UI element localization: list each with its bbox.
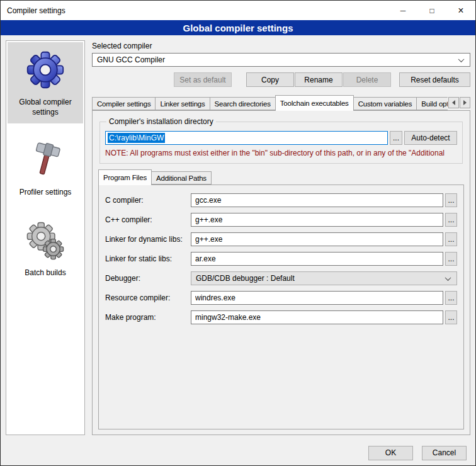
c-compiler-label: C compiler: <box>105 196 191 205</box>
dynamic-linker-label: Linker for dynamic libs: <box>105 235 191 244</box>
copy-button[interactable]: Copy <box>246 72 294 87</box>
program-files-panel: C compiler: ... C++ compiler: ... Linker… <box>98 185 464 429</box>
ok-button[interactable]: OK <box>368 446 413 460</box>
dialog-body: Global compiler settings Profiler settin… <box>1 35 475 440</box>
maximize-icon: □ <box>429 6 434 15</box>
subtab-additional-paths[interactable]: Additional Paths <box>151 171 212 185</box>
cancel-button[interactable]: Cancel <box>422 446 467 460</box>
subtab-program-files[interactable]: Program Files <box>98 169 152 185</box>
note-text: NOTE: All programs must exist either in … <box>105 149 457 157</box>
selected-compiler-dropdown[interactable]: GNU GCC Compiler <box>92 53 470 67</box>
debugger-value: GDB/CDB debugger : Default <box>196 274 295 283</box>
close-icon: × <box>458 5 463 16</box>
chevron-down-icon <box>456 55 465 64</box>
blue-gear-icon <box>25 47 65 93</box>
dynamic-linker-row: Linker for dynamic libs: ... <box>105 232 457 246</box>
cpp-compiler-row: C++ compiler: ... <box>105 213 457 227</box>
main-content: Selected compiler GNU GCC Compiler Set a… <box>92 40 470 435</box>
installation-directory-input[interactable]: C:\raylib\MinGW <box>105 131 388 145</box>
sidebar-item-label: Batch builds <box>25 268 65 278</box>
tab-scroll-area: Compiler settings Linker settings Search… <box>92 95 448 111</box>
dynamic-linker-browse-button[interactable]: ... <box>445 232 457 246</box>
delete-button[interactable]: Delete <box>343 72 391 87</box>
subtab-scroll-area: Program Files Additional Paths <box>98 169 464 185</box>
static-linker-browse-button[interactable]: ... <box>445 252 457 266</box>
minimize-icon: ─ <box>400 6 406 15</box>
close-button[interactable]: × <box>446 1 475 20</box>
dialog-footer: OK Cancel <box>1 440 475 465</box>
static-linker-label: Linker for static libs: <box>105 254 191 263</box>
directory-browse-button[interactable]: ... <box>390 131 402 145</box>
static-linker-row: Linker for static libs: ... <box>105 252 457 266</box>
program-files-tab-strip: Program Files Additional Paths <box>98 169 464 185</box>
rename-button[interactable]: Rename <box>295 72 343 87</box>
profiler-hammer-icon <box>27 137 64 183</box>
tab-compiler-settings[interactable]: Compiler settings <box>92 97 156 110</box>
left-arrow-icon <box>452 100 455 105</box>
maximize-button[interactable]: □ <box>417 1 446 20</box>
installation-directory-group: Compiler's installation directory C:\ray… <box>99 117 463 164</box>
right-arrow-icon <box>463 100 467 105</box>
make-program-label: Make program: <box>105 313 191 322</box>
tab-search-directories[interactable]: Search directories <box>210 97 276 110</box>
tab-scroll-left-button[interactable] <box>448 97 459 108</box>
gray-gears-icon <box>26 218 65 263</box>
cpp-compiler-browse-button[interactable]: ... <box>445 213 457 227</box>
resource-compiler-label: Resource compiler: <box>105 293 191 302</box>
installation-directory-value: C:\raylib\MinGW <box>108 133 165 143</box>
chevron-down-icon <box>443 274 452 283</box>
make-program-browse-button[interactable]: ... <box>445 310 457 324</box>
resource-compiler-browse-button[interactable]: ... <box>445 291 457 305</box>
title-bar[interactable]: Compiler settings ─ □ × <box>1 1 475 20</box>
auto-detect-button[interactable]: Auto-detect <box>404 131 457 145</box>
compiler-actions-row: Set as default Copy Rename Delete Reset … <box>92 72 470 87</box>
sidebar-item-batch-builds[interactable]: Batch builds <box>8 213 83 285</box>
debugger-select[interactable]: GDB/CDB debugger : Default <box>191 271 457 285</box>
selected-compiler-label: Selected compiler <box>92 42 470 50</box>
sidebar-item-profiler-settings[interactable]: Profiler settings <box>8 132 83 204</box>
window-title: Compiler settings <box>1 1 388 20</box>
make-program-input[interactable] <box>191 310 443 324</box>
cpp-compiler-input[interactable] <box>191 213 443 227</box>
minimize-button[interactable]: ─ <box>388 1 417 20</box>
debugger-label: Debugger: <box>105 274 191 283</box>
reset-defaults-button[interactable]: Reset defaults <box>399 72 470 87</box>
c-compiler-input[interactable] <box>191 193 443 207</box>
sidebar-item-global-compiler-settings[interactable]: Global compiler settings <box>8 42 83 123</box>
installation-directory-row: C:\raylib\MinGW ... Auto-detect <box>105 131 457 145</box>
make-program-row: Make program: ... <box>105 310 457 324</box>
tab-scroll-buttons <box>448 97 470 108</box>
tab-toolchain-executables[interactable]: Toolchain executables <box>275 95 354 111</box>
tab-scroll-right-button[interactable] <box>460 97 470 108</box>
dynamic-linker-input[interactable] <box>191 232 443 246</box>
cpp-compiler-label: C++ compiler: <box>105 215 191 224</box>
c-compiler-browse-button[interactable]: ... <box>445 193 457 207</box>
tab-linker-settings[interactable]: Linker settings <box>155 97 210 110</box>
sidebar-item-label: Global compiler settings <box>9 98 81 117</box>
c-compiler-row: C compiler: ... <box>105 193 457 207</box>
resource-compiler-row: Resource compiler: ... <box>105 291 457 305</box>
compiler-tab-strip: Compiler settings Linker settings Search… <box>92 95 470 110</box>
installation-directory-group-title: Compiler's installation directory <box>106 117 216 126</box>
toolchain-executables-panel: Compiler's installation directory C:\ray… <box>92 110 470 435</box>
dialog-header: Global compiler settings <box>1 20 475 35</box>
resource-compiler-input[interactable] <box>191 291 443 305</box>
compiler-settings-dialog: Compiler settings ─ □ × Global compiler … <box>0 0 476 466</box>
debugger-row: Debugger: GDB/CDB debugger : Default <box>105 271 457 285</box>
selected-compiler-value: GNU GCC Compiler <box>97 55 165 64</box>
settings-category-sidebar: Global compiler settings Profiler settin… <box>6 40 85 435</box>
tab-build-options[interactable]: Build options <box>416 97 448 110</box>
static-linker-input[interactable] <box>191 252 443 266</box>
sidebar-item-label: Profiler settings <box>20 188 72 198</box>
set-as-default-button[interactable]: Set as default <box>174 72 232 87</box>
tab-custom-variables[interactable]: Custom variables <box>353 97 417 110</box>
